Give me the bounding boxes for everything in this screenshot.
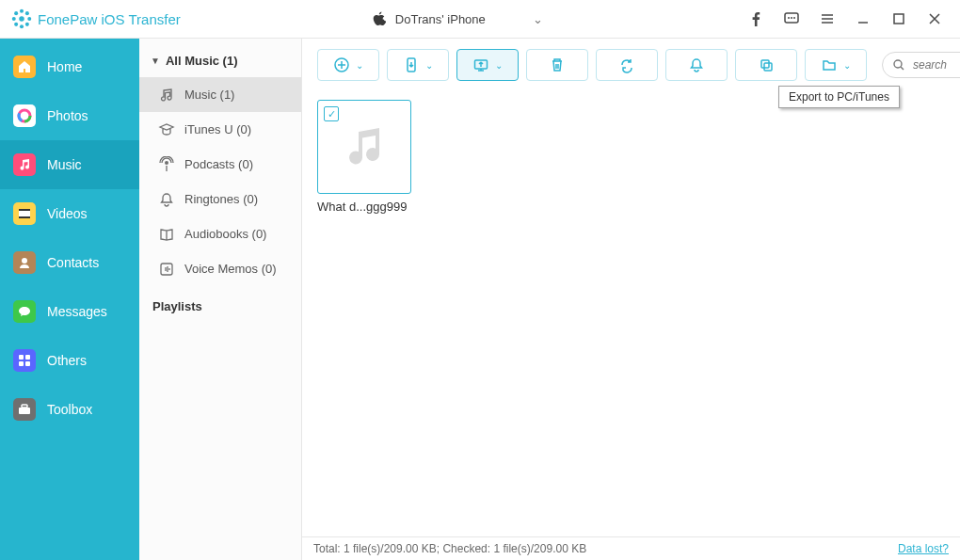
category-item-audiobooks[interactable]: Audiobooks (0) xyxy=(139,216,301,251)
svg-rect-23 xyxy=(19,361,24,366)
tile-label: What d...ggg999 xyxy=(317,200,409,214)
status-bar: Total: 1 file(s)/209.00 KB; Checked: 1 f… xyxy=(302,536,960,560)
messages-icon xyxy=(13,300,36,323)
chevron-down-icon: ⌄ xyxy=(533,12,543,26)
main-panel: ⌄ ⌄ ⌄ ⌄ Export to PC/iTunes xyxy=(302,39,960,560)
sidebar-item-videos[interactable]: Videos xyxy=(0,189,139,238)
app-window: FonePaw iOS Transfer DoTrans' iPhone ⌄ H… xyxy=(0,0,960,560)
bell-icon xyxy=(158,191,175,208)
sidebar-item-music[interactable]: Music xyxy=(0,140,139,189)
category-item-podcasts[interactable]: Podcasts (0) xyxy=(139,147,301,182)
svg-rect-18 xyxy=(19,209,30,211)
svg-point-10 xyxy=(788,17,790,19)
playlists-section[interactable]: Playlists xyxy=(139,286,301,327)
category-item-label: iTunes U (0) xyxy=(184,122,251,136)
device-selector[interactable]: DoTrans' iPhone ⌄ xyxy=(373,11,552,26)
maximize-button[interactable] xyxy=(887,7,911,31)
collapse-triangle-icon: ▼ xyxy=(151,56,160,66)
music-placeholder-icon xyxy=(340,122,389,171)
brand-logo-icon xyxy=(11,8,32,29)
sidebar-item-photos[interactable]: Photos xyxy=(0,91,139,140)
svg-rect-25 xyxy=(19,408,30,414)
sidebar-item-label: Videos xyxy=(47,206,88,221)
svg-point-1 xyxy=(20,9,24,13)
sidebar-item-label: Music xyxy=(47,157,82,172)
svg-point-34 xyxy=(894,60,902,68)
svg-rect-21 xyxy=(19,355,24,360)
category-item-label: Ringtones (0) xyxy=(184,192,258,206)
sidebar: Home Photos Music Videos Contacts Messag… xyxy=(0,39,139,560)
add-button[interactable]: ⌄ xyxy=(317,49,379,81)
svg-rect-33 xyxy=(764,63,772,71)
body: Home Photos Music Videos Contacts Messag… xyxy=(0,39,960,560)
category-item-voicememos[interactable]: Voice Memos (0) xyxy=(139,251,301,286)
svg-rect-17 xyxy=(19,210,30,217)
sidebar-item-messages[interactable]: Messages xyxy=(0,287,139,336)
graduation-icon xyxy=(158,121,175,138)
export-tooltip: Export to PC/iTunes xyxy=(778,86,900,108)
svg-point-0 xyxy=(19,16,24,22)
search-input[interactable] xyxy=(911,57,960,72)
sidebar-item-others[interactable]: Others xyxy=(0,336,139,385)
svg-point-3 xyxy=(12,17,16,21)
duplicate-button[interactable] xyxy=(735,49,797,81)
music-tile[interactable]: ✓ What d...ggg999 xyxy=(317,100,409,214)
svg-point-5 xyxy=(14,11,18,15)
music-note-icon xyxy=(158,87,175,104)
chevron-down-icon: ⌄ xyxy=(843,60,851,71)
tile-thumbnail[interactable]: ✓ xyxy=(317,100,411,194)
brand: FonePaw iOS Transfer xyxy=(8,8,181,29)
audiobook-icon xyxy=(158,226,175,243)
facebook-icon[interactable] xyxy=(744,7,768,31)
close-button[interactable] xyxy=(922,7,947,31)
contacts-icon xyxy=(13,251,36,274)
tile-checkbox[interactable]: ✓ xyxy=(324,106,339,121)
svg-point-20 xyxy=(22,258,27,264)
export-button[interactable]: ⌄ xyxy=(456,49,519,81)
sidebar-item-contacts[interactable]: Contacts xyxy=(0,238,139,287)
category-item-label: Music (1) xyxy=(184,88,234,102)
svg-point-11 xyxy=(791,17,792,19)
data-lost-link[interactable]: Data lost? xyxy=(898,542,949,555)
home-icon xyxy=(13,56,36,78)
search-box[interactable] xyxy=(882,52,960,78)
search-icon xyxy=(892,58,905,72)
category-panel: ▼ All Music (1) Music (1) iTunes U (0) P… xyxy=(139,39,302,560)
svg-rect-13 xyxy=(894,14,904,24)
svg-point-4 xyxy=(27,17,31,21)
refresh-button[interactable] xyxy=(596,49,658,81)
svg-point-7 xyxy=(14,23,18,26)
delete-button[interactable] xyxy=(526,49,588,81)
sidebar-item-label: Messages xyxy=(47,304,107,319)
category-item-itunesu[interactable]: iTunes U (0) xyxy=(139,112,301,147)
folder-button[interactable]: ⌄ xyxy=(805,49,867,81)
category-heading[interactable]: ▼ All Music (1) xyxy=(139,48,301,77)
svg-rect-24 xyxy=(25,361,30,366)
svg-point-27 xyxy=(165,161,168,165)
svg-rect-22 xyxy=(25,355,30,360)
minimize-button[interactable] xyxy=(851,7,875,31)
device-name: DoTrans' iPhone xyxy=(395,12,486,26)
svg-point-2 xyxy=(20,24,24,28)
feedback-icon[interactable] xyxy=(779,7,804,31)
svg-point-8 xyxy=(25,23,29,26)
import-to-device-button[interactable]: ⌄ xyxy=(387,49,449,81)
svg-point-12 xyxy=(793,17,795,19)
videos-icon xyxy=(13,202,36,225)
category-item-music[interactable]: Music (1) xyxy=(139,77,301,112)
category-item-ringtones[interactable]: Ringtones (0) xyxy=(139,182,301,216)
ringtone-button[interactable] xyxy=(665,49,728,81)
svg-point-6 xyxy=(25,11,29,15)
chevron-down-icon: ⌄ xyxy=(495,60,503,71)
category-heading-label: All Music (1) xyxy=(166,54,238,68)
svg-rect-26 xyxy=(22,405,27,408)
chevron-down-icon: ⌄ xyxy=(425,60,433,71)
window-controls xyxy=(744,7,952,31)
menu-icon[interactable] xyxy=(815,7,840,31)
sidebar-item-home[interactable]: Home xyxy=(0,42,139,91)
podcast-icon xyxy=(158,156,175,173)
chevron-down-icon: ⌄ xyxy=(356,60,363,71)
apple-icon xyxy=(373,11,386,26)
sidebar-item-toolbox[interactable]: Toolbox xyxy=(0,385,139,434)
brand-title: FonePaw iOS Transfer xyxy=(38,11,181,27)
